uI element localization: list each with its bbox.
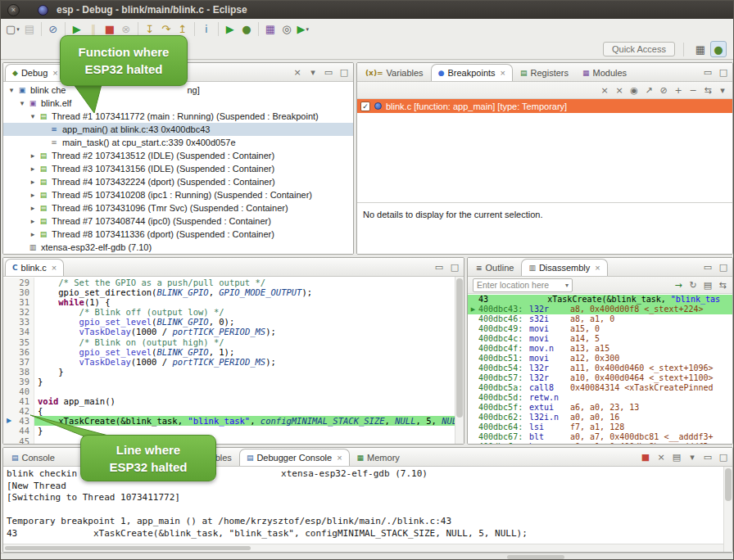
tab-memory[interactable]: ▦Memory — [351, 449, 406, 466]
tree-collapsed-arrow-icon[interactable]: ▸ — [28, 230, 38, 238]
maximize-icon[interactable]: □ — [448, 260, 461, 273]
quick-access-button[interactable]: Quick Access — [603, 42, 675, 56]
tab-debug[interactable]: ◆Debug× — [5, 64, 66, 81]
tab-close-icon[interactable]: × — [595, 263, 600, 273]
remove-all-terminated-icon[interactable]: × — [291, 65, 304, 79]
open-perspective-icon[interactable]: ▦ — [692, 41, 709, 57]
tree-item[interactable]: ≡main_task() at cpu_start.c:339 0x400d05… — [3, 136, 353, 149]
window-close-button[interactable]: × — [7, 4, 20, 16]
disassembly-listing[interactable]: 43 xTaskCreate(&blink_task, "blink_tas▶4… — [468, 294, 732, 444]
disasm-line[interactable]: 400dbc62:l32i.na0, a0, 16 — [468, 413, 732, 422]
remove-breakpoint-icon[interactable]: × — [598, 84, 611, 97]
breakpoints-list[interactable]: ✓ blink.c [function: app_main] [type: Te… — [357, 99, 732, 203]
terminate-console-icon[interactable]: ■ — [639, 450, 652, 463]
scrollbar-thumb[interactable] — [456, 278, 463, 418]
tab-console[interactable]: ▤Console — [5, 449, 61, 466]
tree-expanded-arrow-icon[interactable]: ▾ — [17, 99, 27, 107]
skip-all-breakpoints-icon[interactable]: ⊘ — [45, 21, 61, 38]
tree-item[interactable]: ▸▤Thread #3 1073413156 (IDLE) (Suspended… — [3, 162, 353, 175]
tree-collapsed-arrow-icon[interactable]: ▸ — [28, 178, 38, 186]
breakpoint-row[interactable]: ✓ blink.c [function: app_main] [type: Te… — [357, 99, 732, 113]
minimize-icon[interactable]: ▭ — [701, 450, 714, 463]
code-line[interactable]: 35 /* Blink on (output high) */ — [3, 337, 464, 347]
status-scroll-thumb[interactable] — [507, 555, 564, 559]
tree-collapsed-arrow-icon[interactable]: ▸ — [28, 151, 38, 160]
external-tools-icon[interactable]: ▶▾ — [295, 21, 311, 38]
disasm-line[interactable]: 400dbc6a:bnonea0, a1, 0x400dbc8b <__addd… — [468, 442, 732, 444]
disasm-line[interactable]: 400dbc64:lsif7, a1, 128 — [468, 422, 732, 432]
show-source-icon[interactable]: ▤ — [701, 278, 714, 291]
console-horizontal-scrollbar[interactable] — [3, 544, 723, 552]
debug-perspective-icon[interactable]: ● — [710, 41, 727, 57]
display-selected-console-icon[interactable]: ▾ — [686, 450, 699, 463]
tab-close-icon[interactable]: × — [52, 263, 57, 273]
tab-debugger-console[interactable]: ▤Debugger Console× — [239, 449, 350, 466]
disasm-line[interactable]: 400dbc67:blta0, a7, 0x400dbc81 <__adddf3… — [468, 432, 732, 442]
go-to-file-icon[interactable]: ↗ — [642, 84, 655, 97]
view-menu-icon[interactable]: ▾ — [306, 65, 319, 79]
tab-close-icon[interactable]: × — [501, 68, 505, 78]
code-line[interactable]: 42{ — [3, 406, 464, 416]
location-input[interactable]: Enter location here ▾ — [473, 278, 573, 292]
disasm-line[interactable]: ▶400dbc43:l32ra8, 0x400d00f8 <_stext+224… — [468, 305, 732, 314]
minimize-icon[interactable]: ▭ — [701, 65, 714, 79]
disasm-line[interactable]: 400dbc4f:mov.na13, a15 — [468, 344, 732, 354]
tab-close-icon[interactable]: × — [337, 453, 342, 463]
link-with-debug-icon[interactable]: ⇆ — [701, 84, 714, 97]
disasm-line[interactable]: 400dbc46:s32ia8, a1, 0 — [468, 314, 732, 324]
tab-outline[interactable]: ≡Outline — [469, 259, 520, 276]
code-line[interactable]: ▶43 xTaskCreate(&blink_task, "blink_task… — [3, 416, 464, 426]
view-menu-icon[interactable]: ▾ — [716, 84, 729, 97]
disasm-line[interactable]: 400dbc5d:retw.n — [468, 393, 732, 403]
tab-close-icon[interactable]: × — [52, 68, 57, 78]
tree-item[interactable]: ▸▤Thread #4 1073432224 (dport) (Suspende… — [3, 175, 353, 188]
clear-console-icon[interactable]: ▤ — [670, 450, 683, 463]
search-icon[interactable]: ◎ — [279, 21, 295, 38]
tree-expanded-arrow-icon[interactable]: ▾ — [28, 112, 38, 120]
remove-launch-icon[interactable]: × — [655, 450, 668, 463]
code-line[interactable]: 29 /* Set the GPIO as a push/pull output… — [3, 278, 464, 287]
maximize-icon[interactable]: □ — [338, 65, 351, 79]
tree-item[interactable]: ▾▣blink.elf — [3, 97, 353, 110]
code-line[interactable]: 34 vTaskDelay(1000 / portTICK_PERIOD_MS)… — [3, 327, 464, 336]
code-line[interactable]: 33 gpio_set_level(BLINK_GPIO, 0); — [3, 317, 464, 327]
disasm-line[interactable]: 400dbc57:l32ra10, 0x400d0464 <_stext+110… — [468, 373, 732, 383]
tab-modules[interactable]: ▦Modules — [576, 64, 633, 81]
maximize-icon[interactable]: □ — [717, 260, 730, 273]
maximize-icon[interactable]: □ — [717, 65, 730, 79]
tab-registers[interactable]: ▤Registers — [514, 64, 575, 81]
tab-blink-c[interactable]: Cblink.c× — [5, 259, 64, 276]
minimize-icon[interactable]: ▭ — [433, 260, 446, 273]
location-dropdown-icon[interactable]: ▾ — [565, 282, 569, 289]
disasm-line[interactable]: 43 xTaskCreate(&blink_task, "blink_tas — [468, 295, 732, 305]
code-line[interactable]: 36 gpio_set_level(BLINK_GPIO, 1); — [3, 347, 464, 357]
tree-item[interactable]: ≡app_main() at blink.c:43 0x400dbc43 — [3, 123, 353, 136]
show-breakpoints-for-selected-icon[interactable]: ◉ — [628, 84, 641, 97]
code-line[interactable]: 32 /* Blink off (output low) */ — [3, 307, 464, 317]
code-line[interactable]: 44} — [3, 426, 464, 436]
editor-vertical-scrollbar[interactable] — [455, 277, 464, 444]
maximize-icon[interactable]: □ — [717, 450, 730, 463]
code-line[interactable]: 39} — [3, 377, 464, 386]
tree-item[interactable]: ▸▤Thread #5 1073410208 (ipc1 : Running) … — [3, 188, 353, 201]
save-icon[interactable]: ▤ — [21, 21, 38, 38]
code-line[interactable]: 38 } — [3, 367, 464, 377]
debug-icon[interactable]: ● — [238, 21, 255, 38]
goto-pc-icon[interactable]: → — [672, 278, 685, 291]
tree-item[interactable]: ▸▤Thread #6 1073431096 (Tmr Svc) (Suspen… — [3, 201, 353, 215]
disasm-line[interactable]: 400dbc5f:extuia6, a0, 23, 13 — [468, 403, 732, 413]
new-wizard-icon[interactable]: ▢▾ — [4, 21, 21, 38]
instruction-stepping-icon[interactable]: i — [198, 21, 215, 38]
code-line[interactable]: 41void app_main() — [3, 396, 464, 406]
tab-breakpoints[interactable]: ●Breakpoints× — [431, 64, 513, 81]
remove-all-breakpoints-icon[interactable]: × — [613, 84, 626, 97]
code-line[interactable]: 45 — [3, 436, 464, 445]
tree-collapsed-arrow-icon[interactable]: ▸ — [28, 217, 38, 225]
tree-collapsed-arrow-icon[interactable]: ▸ — [28, 204, 38, 212]
disasm-line[interactable]: 400dbc49:movia15, 0 — [468, 324, 732, 334]
minimize-icon[interactable]: ▭ — [322, 65, 335, 79]
code-editor[interactable]: 29 /* Set the GPIO as a push/pull output… — [3, 277, 464, 444]
disasm-line[interactable]: 400dbc54:l32ra11, 0x400d0460 <_stext+109… — [468, 364, 732, 373]
tab-disassembly[interactable]: ▥Disassembly× — [521, 259, 607, 276]
collapse-all-icon[interactable]: − — [686, 84, 700, 97]
